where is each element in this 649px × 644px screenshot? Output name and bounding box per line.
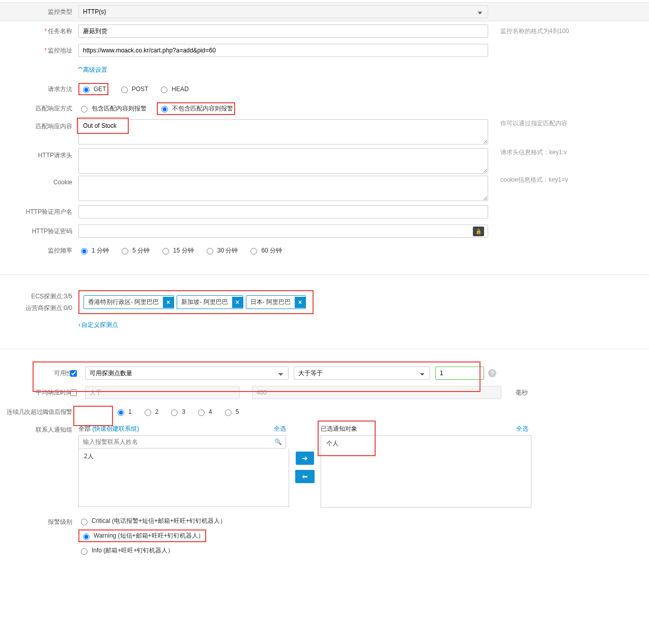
close-icon[interactable]: ×: [163, 297, 174, 308]
freq-1min[interactable]: 1 分钟: [78, 246, 109, 255]
avg-resp-unit: 毫秒: [516, 388, 528, 397]
freq-30min[interactable]: 30 分钟: [204, 246, 238, 255]
avg-resp-value-input[interactable]: [252, 386, 501, 399]
request-method-get[interactable]: GET: [80, 85, 106, 93]
select-all-right[interactable]: 全选: [516, 425, 528, 433]
availability-label: 可用性: [0, 369, 78, 378]
probe-tag-text: 香港特别行政区- 阿里巴巴: [84, 296, 163, 309]
freq-5min[interactable]: 5 分钟: [119, 246, 150, 255]
monitor-type-select[interactable]: HTTP(s): [78, 5, 488, 18]
probe-tag[interactable]: 香港特别行政区- 阿里巴巴×: [83, 295, 174, 309]
task-name-help: 监控名称的格式为4到100: [500, 27, 569, 36]
http-headers-textarea[interactable]: [78, 148, 488, 174]
alert-level-info[interactable]: Info (邮箱+旺旺+钉钉机器人）: [78, 546, 174, 555]
list-item[interactable]: 2人: [80, 450, 288, 463]
match-mode-exclude[interactable]: 不包含匹配内容则报警: [159, 104, 233, 113]
http-pass-input[interactable]: [78, 225, 488, 238]
availability-metric-select[interactable]: 可用探测点数量: [85, 367, 289, 380]
password-icon: 🔒: [473, 227, 484, 236]
http-pass-label: HTTP验证密码: [0, 227, 78, 236]
probe-tag-text: 新加坡- 阿里巴巴: [177, 296, 232, 309]
task-name-label: *任务名称: [0, 27, 78, 36]
freq-60min[interactable]: 60 分钟: [248, 246, 282, 255]
monitor-addr-label: *监控地址: [0, 46, 78, 55]
http-headers-label: HTTP请求头: [0, 148, 78, 160]
select-all-left[interactable]: 全选: [274, 425, 286, 433]
probe-tag[interactable]: 日本- 阿里巴巴×: [246, 295, 306, 309]
cookie-textarea[interactable]: [78, 176, 488, 201]
http-user-label: HTTP验证用户名: [0, 208, 78, 216]
request-method-label: 请求方法: [0, 85, 78, 94]
request-method-post[interactable]: POST: [119, 85, 149, 93]
advanced-settings-link[interactable]: 高级设置: [78, 66, 107, 74]
contact-search-input[interactable]: [78, 435, 286, 449]
transfer-right-button[interactable]: ➔: [296, 452, 314, 465]
monitor-addr-input[interactable]: [78, 44, 488, 57]
search-icon: 🔍: [274, 438, 282, 445]
consecutive-3[interactable]: 3: [168, 408, 185, 416]
transfer-left-button[interactable]: 🠨: [295, 470, 315, 483]
avg-resp-checkbox[interactable]: [70, 389, 77, 396]
alert-level-warning[interactable]: Warning (短信+邮箱+旺旺+钉钉机器人）: [80, 531, 204, 540]
match-content-textarea[interactable]: Out of Stock: [78, 119, 488, 145]
close-icon[interactable]: ×: [232, 297, 243, 308]
probe-tags: 香港特别行政区- 阿里巴巴×新加坡- 阿里巴巴×日本- 阿里巴巴×: [83, 295, 308, 309]
avg-resp-label: 平均响应时间: [0, 388, 78, 397]
task-name-input[interactable]: [78, 24, 488, 38]
isp-probe-label: 运营商探测点:0/0: [0, 304, 72, 313]
alert-level-critical[interactable]: Critical (电话报警+短信+邮箱+旺旺+钉钉机器人）: [78, 517, 226, 525]
contact-group-label: 联系人通知组: [0, 425, 78, 434]
match-mode-include[interactable]: 包含匹配内容则报警: [78, 104, 147, 113]
consecutive-label: 连续几次超过阈值后报警: [0, 408, 78, 416]
contact-listbox-left[interactable]: 2人: [78, 449, 289, 507]
http-headers-help: 请求头信息格式：key1:v: [500, 148, 567, 157]
quick-create-link[interactable]: (快速创建联系组): [92, 425, 139, 433]
availability-op-select[interactable]: 大于等于: [294, 367, 430, 380]
close-icon[interactable]: ×: [295, 297, 305, 308]
alert-level-label: 报警级别: [0, 517, 78, 526]
help-icon[interactable]: ?: [488, 369, 496, 377]
consecutive-1[interactable]: 1: [115, 408, 132, 416]
http-user-input[interactable]: [78, 205, 488, 218]
monitor-freq-label: 监控频率: [0, 246, 78, 255]
list-item[interactable]: 个人: [322, 437, 530, 451]
all-label: 全部: [78, 425, 91, 432]
freq-15min[interactable]: 15 分钟: [160, 246, 194, 255]
selected-header: 已选通知对象: [321, 425, 357, 433]
request-method-head[interactable]: HEAD: [158, 85, 188, 93]
availability-checkbox[interactable]: [70, 370, 77, 377]
cookie-help: cookie信息格式：key1=v: [500, 176, 568, 184]
monitor-type-label: 监控类型: [0, 8, 78, 16]
custom-probe-link[interactable]: ‹ 自定义探测点: [78, 321, 118, 329]
consecutive-2[interactable]: 2: [142, 408, 159, 416]
probe-tag-text: 日本- 阿里巴巴: [246, 296, 295, 309]
ecs-probe-label: ECS探测点:3/5: [0, 292, 72, 301]
probe-tag[interactable]: 新加坡- 阿里巴巴×: [177, 295, 243, 309]
caret-up-icon: [78, 66, 82, 73]
availability-value-input[interactable]: [435, 367, 484, 380]
contact-listbox-right[interactable]: 个人: [321, 435, 531, 508]
match-mode-label: 匹配响应方式: [0, 104, 78, 113]
consecutive-5[interactable]: 5: [222, 408, 239, 416]
match-content-help: 你可以通过指定匹配内容: [500, 119, 568, 128]
avg-resp-op-select[interactable]: 大于: [85, 386, 240, 399]
cookie-label: Cookie: [0, 176, 78, 186]
match-content-label: 匹配响应内容: [0, 119, 78, 131]
consecutive-4[interactable]: 4: [195, 408, 212, 416]
